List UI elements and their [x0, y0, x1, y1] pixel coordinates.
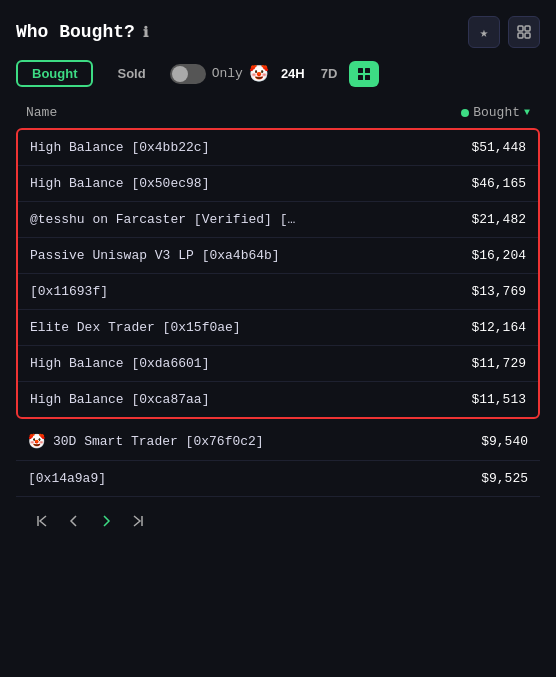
- title-group: Who Bought? ℹ: [16, 22, 148, 42]
- row-value: $16,204: [471, 248, 526, 263]
- table-row[interactable]: High Balance [0x50ec98] $46,165: [18, 166, 538, 202]
- svg-rect-2: [518, 33, 523, 38]
- svg-rect-1: [525, 26, 530, 31]
- svg-rect-0: [518, 26, 523, 31]
- row-value: $9,525: [481, 471, 528, 486]
- row-name: 30D Smart Trader [0x76f0c2]: [53, 434, 264, 449]
- only-label: Only: [212, 66, 243, 81]
- row-name: High Balance [0xda6601]: [30, 356, 209, 371]
- pagination: [16, 497, 540, 545]
- table-row[interactable]: Elite Dex Trader [0x15f0ae] $12,164: [18, 310, 538, 346]
- plain-row[interactable]: [0x14a9a9] $9,525: [16, 461, 540, 497]
- bought-dot: [461, 109, 469, 117]
- row-name: Elite Dex Trader [0x15f0ae]: [30, 320, 241, 335]
- emoji-name-group: 🤡 30D Smart Trader [0x76f0c2]: [28, 433, 264, 450]
- page-last-button[interactable]: [124, 507, 152, 535]
- table-row[interactable]: [0x11693f] $13,769: [18, 274, 538, 310]
- highlighted-table: High Balance [0x4bb22c] $51,448 High Bal…: [16, 128, 540, 419]
- col-name-header: Name: [26, 105, 57, 120]
- only-toggle[interactable]: [170, 64, 206, 84]
- toggle-container: Only 🤡: [170, 64, 269, 84]
- col-bought-label: Bought: [473, 105, 520, 120]
- toggle-knob: [172, 66, 188, 82]
- row-name: High Balance [0xca87aa]: [30, 392, 209, 407]
- row-value: $11,513: [471, 392, 526, 407]
- expand-button[interactable]: [508, 16, 540, 48]
- row-value: $46,165: [471, 176, 526, 191]
- row-value: $12,164: [471, 320, 526, 335]
- row-name: High Balance [0x4bb22c]: [30, 140, 209, 155]
- info-icon[interactable]: ℹ: [143, 24, 148, 41]
- row-value: $13,769: [471, 284, 526, 299]
- row-value: $21,482: [471, 212, 526, 227]
- svg-rect-6: [358, 75, 363, 80]
- column-headers: Name Bought ▼: [16, 101, 540, 128]
- row-value: $11,729: [471, 356, 526, 371]
- header: Who Bought? ℹ ★: [16, 16, 540, 48]
- table-row[interactable]: High Balance [0xca87aa] $11,513: [18, 382, 538, 417]
- table-row[interactable]: High Balance [0xda6601] $11,729: [18, 346, 538, 382]
- row-name: Passive Uniswap V3 LP [0xa4b64b]: [30, 248, 280, 263]
- page-next-button[interactable]: [92, 507, 120, 535]
- row-name: High Balance [0x50ec98]: [30, 176, 209, 191]
- col-bought-header[interactable]: Bought ▼: [461, 105, 530, 120]
- row-value: $51,448: [471, 140, 526, 155]
- plain-row[interactable]: 🤡 30D Smart Trader [0x76f0c2] $9,540: [16, 423, 540, 461]
- grid-view-button[interactable]: [349, 61, 379, 87]
- tab-bought[interactable]: Bought: [16, 60, 93, 87]
- svg-rect-3: [525, 33, 530, 38]
- page-title: Who Bought?: [16, 22, 135, 42]
- svg-rect-5: [365, 68, 370, 73]
- table-row[interactable]: @tesshu on Farcaster [Verified] [… $21,4…: [18, 202, 538, 238]
- table-row[interactable]: Passive Uniswap V3 LP [0xa4b64b] $16,204: [18, 238, 538, 274]
- emoji-label: 🤡: [249, 64, 269, 84]
- toolbar: Bought Sold Only 🤡 24H 7D: [16, 60, 540, 87]
- time-24h-button[interactable]: 24H: [277, 64, 309, 83]
- sort-icon[interactable]: ▼: [524, 107, 530, 118]
- row-value: $9,540: [481, 434, 528, 449]
- row-name: [0x11693f]: [30, 284, 108, 299]
- time-7d-button[interactable]: 7D: [317, 64, 342, 83]
- row-emoji: 🤡: [28, 433, 45, 450]
- page-first-button[interactable]: [28, 507, 56, 535]
- header-actions: ★: [468, 16, 540, 48]
- tab-sold[interactable]: Sold: [101, 60, 161, 87]
- row-name: [0x14a9a9]: [28, 471, 106, 486]
- row-name: @tesshu on Farcaster [Verified] […: [30, 212, 295, 227]
- page-prev-button[interactable]: [60, 507, 88, 535]
- svg-rect-4: [358, 68, 363, 73]
- svg-rect-7: [365, 75, 370, 80]
- star-button[interactable]: ★: [468, 16, 500, 48]
- table-row[interactable]: High Balance [0x4bb22c] $51,448: [18, 130, 538, 166]
